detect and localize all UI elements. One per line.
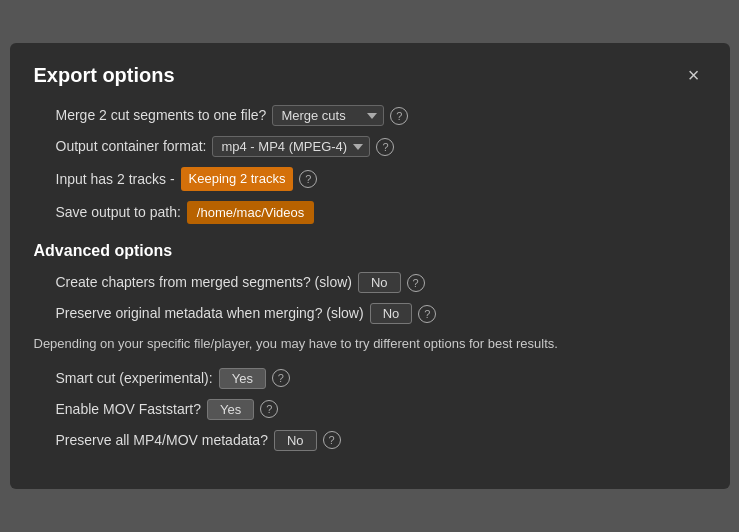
- chapters-help-icon[interactable]: ?: [407, 274, 425, 292]
- tracks-label: Input has 2 tracks -: [56, 169, 175, 190]
- smart-cut-label: Smart cut (experimental):: [56, 368, 213, 389]
- smart-cut-help-icon[interactable]: ?: [272, 369, 290, 387]
- faststart-toggle[interactable]: Yes: [207, 399, 254, 420]
- preserve-mp4-option: Preserve all MP4/MOV metadata? No ?: [56, 430, 706, 451]
- smart-cut-option: Smart cut (experimental): Yes ?: [56, 368, 706, 389]
- preserve-meta-toggle[interactable]: No: [370, 303, 413, 324]
- tracks-help-icon[interactable]: ?: [299, 170, 317, 188]
- preserve-meta-option: Preserve original metadata when merging?…: [56, 303, 706, 324]
- export-options-dialog: Export options × Merge 2 cut segments to…: [10, 43, 730, 489]
- format-option: Output container format: mp4 - MP4 (MPEG…: [56, 136, 706, 157]
- tracks-option: Input has 2 tracks - Keeping 2 tracks ?: [56, 167, 706, 191]
- preserve-mp4-help-icon[interactable]: ?: [323, 431, 341, 449]
- advanced-list: Create chapters from merged segments? (s…: [34, 272, 706, 324]
- chapters-option: Create chapters from merged segments? (s…: [56, 272, 706, 293]
- format-help-icon[interactable]: ?: [376, 138, 394, 156]
- preserve-meta-label: Preserve original metadata when merging?…: [56, 303, 364, 324]
- merge-label: Merge 2 cut segments to one file?: [56, 105, 267, 126]
- save-path-label: Save output to path:: [56, 202, 181, 223]
- faststart-option: Enable MOV Faststart? Yes ?: [56, 399, 706, 420]
- tracks-badge: Keeping 2 tracks: [181, 167, 294, 191]
- smart-cut-toggle[interactable]: Yes: [219, 368, 266, 389]
- merge-help-icon[interactable]: ?: [390, 107, 408, 125]
- faststart-label: Enable MOV Faststart?: [56, 399, 202, 420]
- close-button[interactable]: ×: [682, 63, 706, 87]
- advanced-title: Advanced options: [34, 242, 706, 260]
- preserve-mp4-toggle[interactable]: No: [274, 430, 317, 451]
- chapters-label: Create chapters from merged segments? (s…: [56, 272, 352, 293]
- save-path-value[interactable]: /home/mac/Videos: [187, 201, 314, 225]
- chapters-toggle[interactable]: No: [358, 272, 401, 293]
- dialog-title: Export options: [34, 64, 175, 87]
- dialog-header: Export options ×: [34, 63, 706, 87]
- preserve-mp4-label: Preserve all MP4/MOV metadata?: [56, 430, 268, 451]
- merge-option: Merge 2 cut segments to one file? Merge …: [56, 105, 706, 126]
- info-text: Depending on your specific file/player, …: [34, 334, 706, 354]
- options-list: Merge 2 cut segments to one file? Merge …: [34, 105, 706, 224]
- format-label: Output container format:: [56, 136, 207, 157]
- faststart-help-icon[interactable]: ?: [260, 400, 278, 418]
- merge-dropdown[interactable]: Merge cutsDon't mergeSeparate files: [272, 105, 384, 126]
- extra-options-list: Smart cut (experimental): Yes ? Enable M…: [34, 368, 706, 451]
- save-path-option: Save output to path: /home/mac/Videos: [56, 201, 706, 225]
- format-dropdown[interactable]: mp4 - MP4 (MPEG-4): [212, 136, 370, 157]
- preserve-meta-help-icon[interactable]: ?: [418, 305, 436, 323]
